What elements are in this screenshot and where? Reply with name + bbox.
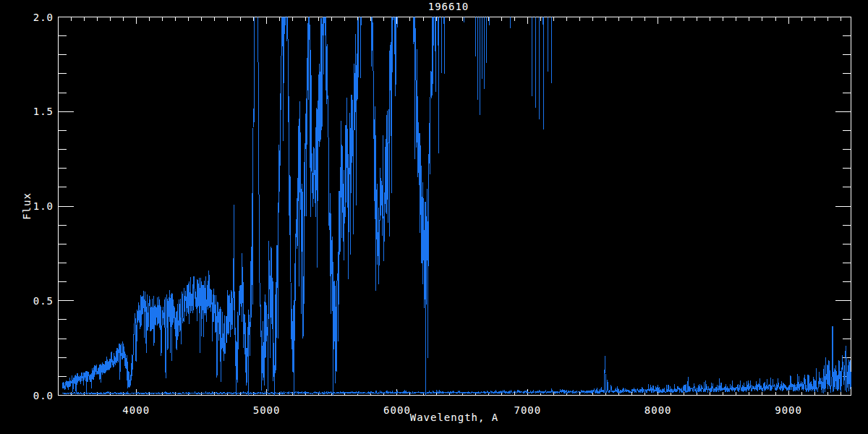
- y-tick-label: 1.0: [33, 200, 54, 212]
- y-tick-label: 2.0: [33, 12, 54, 23]
- screenshot-root: { "chart_data": { "type": "line", "title…: [0, 0, 868, 434]
- x-tick-label: 6000: [383, 404, 411, 416]
- y-axis-label: Flux: [21, 192, 33, 220]
- x-tick-label: 7000: [514, 404, 541, 416]
- x-tick-label: 8000: [644, 404, 672, 416]
- x-axis-label: Wavelength, A: [410, 412, 499, 423]
- spectrum-plot: 4000500060007000800090000.00.51.01.52.0: [0, 0, 868, 434]
- x-tick-label: 4000: [122, 404, 150, 416]
- y-tick-label: 1.5: [33, 106, 54, 117]
- spectrum-figure: 4000500060007000800090000.00.51.01.52.0 …: [0, 0, 868, 434]
- spectrum-line: [62, 0, 851, 411]
- plot-title: 196610: [428, 1, 469, 12]
- x-tick-label: 9000: [775, 404, 802, 416]
- x-tick-label: 5000: [253, 404, 281, 416]
- y-tick-label: 0.5: [33, 295, 54, 307]
- spectrum-data-layer: [62, 0, 851, 411]
- y-tick-label: 0.0: [33, 390, 54, 401]
